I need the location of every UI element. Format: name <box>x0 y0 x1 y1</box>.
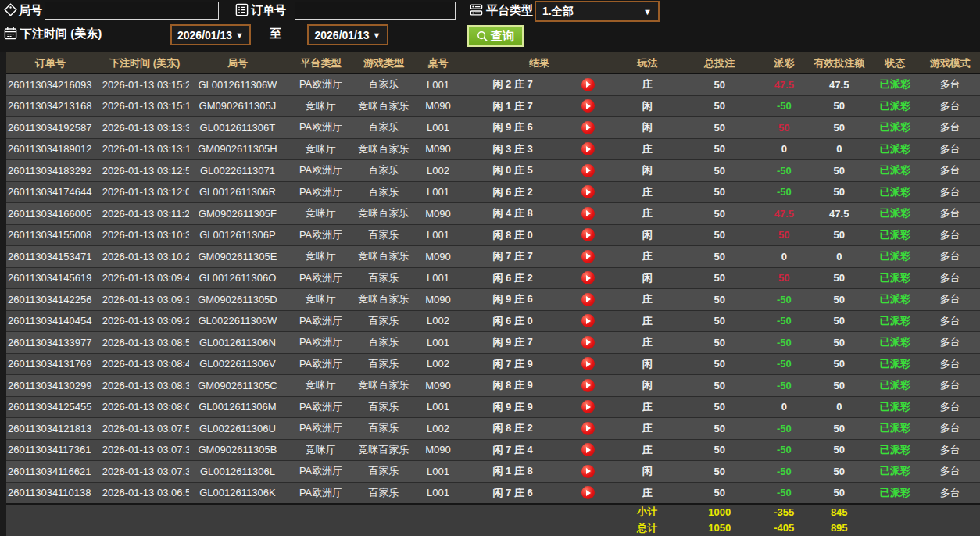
round-number-cell: GM0902611305F <box>189 203 287 225</box>
bet-on-cell: 庄 <box>615 439 680 461</box>
round-number-cell: GL0022611306U <box>189 418 287 440</box>
column-header: 下注时间 (美东) <box>101 52 189 74</box>
round-number-cell: GL0022611306V <box>189 353 287 375</box>
result-cell: 闲 1 庄 7 <box>464 95 562 117</box>
result-cell: 闲 8 庄 2 <box>464 418 562 440</box>
payout-cell: -50 <box>760 160 808 182</box>
payout-cell: 50 <box>760 267 808 289</box>
replay-play-button[interactable] <box>581 207 595 220</box>
bet-time-cell: 2026-01-13 03:10:33 <box>101 224 189 246</box>
game-mode-cell: 多台 <box>920 461 980 483</box>
replay-play-button[interactable] <box>581 422 595 435</box>
valid-bet-cell: 50 <box>809 181 871 203</box>
date-from-picker[interactable]: 2026/01/13 ▼ <box>170 24 251 45</box>
round-number-cell: GL00226113071 <box>189 160 287 182</box>
order-number-cell: 260113034125455 <box>0 396 101 418</box>
replay-play-button[interactable] <box>581 293 595 306</box>
valid-bet-cell: 0 <box>809 138 871 160</box>
round-number-cell: GM0902611305J <box>189 95 287 117</box>
replay-play-button[interactable] <box>581 357 595 370</box>
status-cell: 已派彩 <box>870 461 920 483</box>
play-icon <box>586 103 591 109</box>
order-number-cell: 260113034174644 <box>0 181 101 203</box>
play-icon <box>586 146 591 152</box>
status-cell: 已派彩 <box>870 439 920 461</box>
bet-time-cell: 2026-01-13 03:12:51 <box>101 160 189 182</box>
chevron-down-icon: ▼ <box>373 30 381 40</box>
order-input[interactable] <box>295 2 456 20</box>
bet-on-cell: 闲 <box>615 461 680 483</box>
platform-select[interactable]: 1.全部 ▼ <box>535 1 660 22</box>
total-bet-cell: 50 <box>679 203 760 225</box>
bet-on-cell: 庄 <box>615 418 680 440</box>
payout-cell: -50 <box>760 418 808 440</box>
status-cell: 已派彩 <box>870 224 920 246</box>
order-number-cell: 260113034153471 <box>0 246 101 268</box>
valid-bet-cell: 50 <box>809 461 871 483</box>
order-number-cell: 260113034213168 <box>0 95 101 117</box>
result-cell: 闲 4 庄 8 <box>464 203 562 225</box>
payout-cell: -50 <box>760 482 808 504</box>
round-number-cell: GL0012611306L <box>189 461 287 483</box>
date-from-value: 2026/01/13 <box>177 29 232 41</box>
payout-cell: 50 <box>760 117 808 139</box>
round-number-cell: GL0012611306N <box>189 332 287 354</box>
order-number-cell: 260113034140454 <box>0 310 101 332</box>
valid-bet-cell: 47.5 <box>809 203 871 225</box>
game-mode-cell: 多台 <box>920 289 980 311</box>
replay-play-button[interactable] <box>581 336 595 349</box>
replay-play-button[interactable] <box>581 185 595 198</box>
replay-play-button[interactable] <box>581 400 595 413</box>
replay-play-button[interactable] <box>581 99 595 113</box>
replay-cell <box>562 418 615 440</box>
status-cell: 已派彩 <box>870 203 920 225</box>
replay-play-button[interactable] <box>581 271 595 284</box>
valid-bet-cell: 50 <box>809 95 871 117</box>
play-icon <box>586 425 591 431</box>
totals-spacer <box>0 504 615 520</box>
platform-cell: 竞咪厅 <box>286 289 356 311</box>
total-bet-cell: 50 <box>679 246 760 268</box>
table-number-cell: M090 <box>412 203 463 225</box>
platform-cell: 竞咪厅 <box>286 439 356 461</box>
replay-play-button[interactable] <box>581 486 595 499</box>
replay-play-button[interactable] <box>581 250 595 263</box>
bet-time-cell: 2026-01-13 03:09:32 <box>101 289 189 311</box>
round-input[interactable] <box>45 2 219 20</box>
game-mode-cell: 多台 <box>920 203 980 225</box>
server-icon <box>470 3 483 16</box>
bet-on-cell: 庄 <box>615 310 680 332</box>
replay-play-button[interactable] <box>581 379 595 392</box>
replay-play-button[interactable] <box>581 443 595 456</box>
bet-time-cell: 2026-01-13 03:15:11 <box>101 95 189 117</box>
payout-cell: 0 <box>760 138 808 160</box>
column-header: 总投注 <box>679 52 760 74</box>
date-range-to-label: 至 <box>270 27 281 41</box>
bet-on-cell: 闲 <box>615 117 680 139</box>
bet-time-cell: 2026-01-13 03:08:40 <box>101 353 189 375</box>
replay-play-button[interactable] <box>581 465 595 478</box>
query-button[interactable]: 查询 <box>467 25 524 47</box>
platform-cell: PA欧洲厅 <box>286 418 356 440</box>
payout-cell: -50 <box>760 439 808 461</box>
bet-on-cell: 庄 <box>615 396 680 418</box>
replay-play-button[interactable] <box>581 314 595 327</box>
game-type-cell: 竞咪百家乐 <box>356 246 412 268</box>
bet-on-cell: 庄 <box>615 181 680 203</box>
replay-cell <box>562 117 615 139</box>
bet-on-cell: 闲 <box>615 375 680 397</box>
date-to-picker[interactable]: 2026/01/13 ▼ <box>307 24 388 45</box>
bet-on-cell: 庄 <box>615 246 680 268</box>
replay-play-button[interactable] <box>581 78 595 91</box>
valid-bet-cell: 50 <box>809 310 871 332</box>
list-icon <box>235 3 249 16</box>
order-number-cell: 260113034130299 <box>0 375 101 397</box>
table-number-cell: L001 <box>412 461 463 483</box>
result-cell: 闲 2 庄 7 <box>464 74 562 96</box>
replay-play-button[interactable] <box>581 164 595 177</box>
replay-play-button[interactable] <box>581 121 595 134</box>
payout-cell: -50 <box>760 289 808 311</box>
replay-play-button[interactable] <box>581 142 595 155</box>
column-header: 桌号 <box>412 52 463 74</box>
replay-play-button[interactable] <box>581 228 595 241</box>
